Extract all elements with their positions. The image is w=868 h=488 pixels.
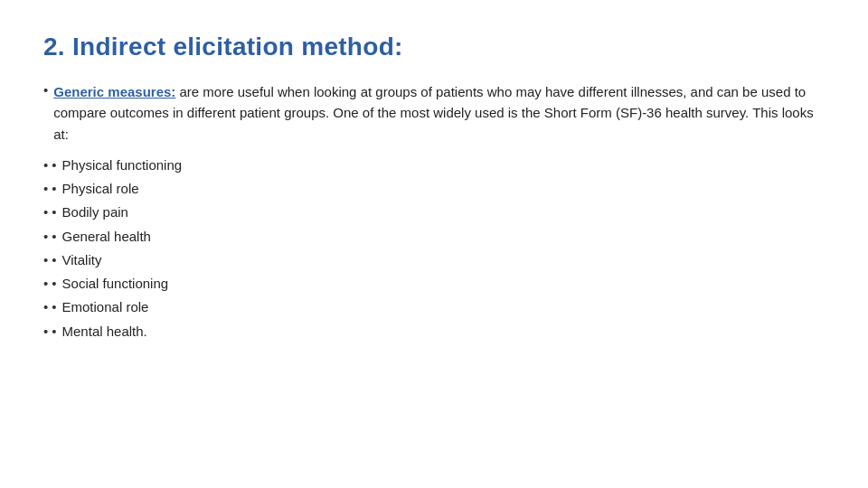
list-item: ••Social functioning [43, 272, 825, 296]
outer-bullet-icon: • [43, 249, 48, 272]
inner-bullet-icon: • [52, 272, 56, 296]
page-title: 2. Indirect elicitation method: [43, 33, 825, 61]
inner-bullet-icon: • [52, 154, 56, 177]
list-item: ••Mental health. [43, 320, 825, 343]
page: 2. Indirect elicitation method: • Generi… [0, 0, 868, 488]
list-item-label: Vitality [62, 249, 102, 272]
list-item: ••Physical role [43, 177, 825, 201]
inner-bullet-icon: • [52, 249, 56, 272]
list-item-label: Emotional role [62, 296, 149, 319]
sf36-list: ••Physical functioning••Physical role••B… [43, 154, 825, 343]
outer-bullet-icon: • [43, 272, 48, 296]
outer-bullet-icon: • [43, 225, 48, 249]
generic-bullet: • [43, 82, 48, 98]
content-area: • Generic measures: are more useful when… [43, 81, 825, 343]
outer-bullet-icon: • [43, 201, 48, 224]
list-item-label: Physical functioning [62, 154, 183, 177]
list-item: ••Vitality [43, 249, 825, 272]
outer-bullet-icon: • [43, 177, 48, 201]
inner-bullet-icon: • [52, 225, 56, 249]
list-item: ••Physical functioning [43, 154, 825, 177]
list-item-label: General health [62, 225, 151, 249]
outer-bullet-icon: • [43, 154, 48, 177]
list-item-label: Social functioning [62, 272, 169, 296]
generic-measures-label: Generic measures: [53, 84, 175, 99]
inner-bullet-icon: • [52, 177, 56, 201]
list-item-label: Physical role [62, 177, 139, 201]
generic-measures-block: • Generic measures: are more useful when… [43, 81, 825, 145]
generic-measures-text: Generic measures: are more useful when l… [53, 81, 825, 145]
inner-bullet-icon: • [52, 296, 56, 319]
list-item: ••General health [43, 225, 825, 249]
list-item-label: Mental health. [62, 320, 147, 343]
list-item-label: Bodily pain [62, 201, 128, 224]
outer-bullet-icon: • [43, 296, 48, 319]
inner-bullet-icon: • [52, 320, 56, 343]
list-item: ••Emotional role [43, 296, 825, 319]
outer-bullet-icon: • [43, 320, 48, 343]
inner-bullet-icon: • [52, 201, 56, 224]
list-item: ••Bodily pain [43, 201, 825, 224]
